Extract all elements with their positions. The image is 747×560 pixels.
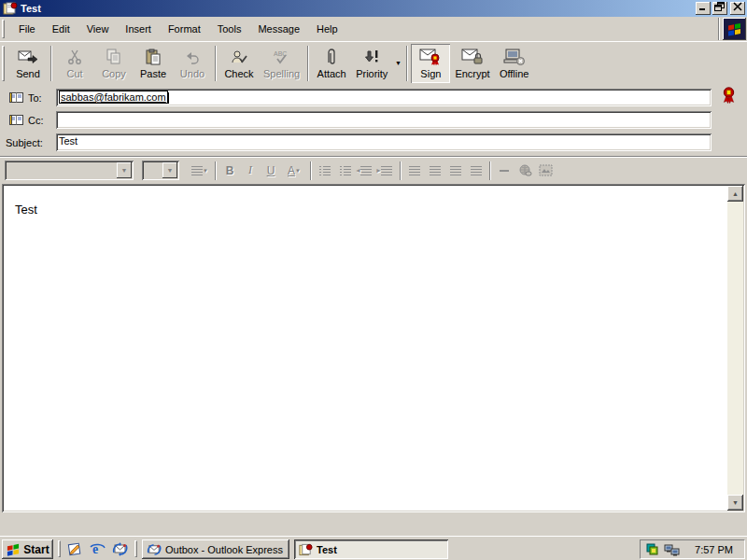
address-book-icon[interactable] <box>9 114 23 126</box>
send-icon <box>18 47 38 67</box>
menubar-grip[interactable] <box>2 20 5 38</box>
certificate-ribbon-icon[interactable] <box>721 87 737 105</box>
internet-explorer-button[interactable]: e <box>88 540 106 557</box>
check-names-icon <box>230 47 248 67</box>
close-button[interactable] <box>730 2 745 15</box>
display-settings-icon[interactable] <box>645 542 660 557</box>
check-names-button[interactable]: Check <box>219 44 259 83</box>
encrypt-icon <box>461 47 484 67</box>
horizontal-line-button[interactable] <box>494 161 514 180</box>
to-field[interactable]: sabbas@fabrikam.com <box>56 89 712 106</box>
increase-indent-icon: ► <box>381 166 392 175</box>
internet-explorer-icon: e <box>90 541 106 556</box>
font-color-button[interactable]: A▼ <box>281 161 307 180</box>
show-desktop-icon <box>67 541 82 556</box>
underline-button[interactable]: U <box>261 161 281 180</box>
spelling-button[interactable]: ABC Spelling <box>259 44 304 83</box>
italic-button[interactable]: I <box>240 161 261 180</box>
to-label: To: <box>28 92 42 104</box>
mail-message-icon[interactable] <box>3 2 18 15</box>
restore-icon <box>714 2 726 11</box>
bold-button[interactable]: B <box>219 161 240 180</box>
start-button[interactable]: Start <box>2 539 53 559</box>
insert-hyperlink-button[interactable] <box>514 161 535 180</box>
increase-indent-button[interactable]: ► <box>376 161 397 180</box>
font-name-dropdown-icon: ▼ <box>117 162 132 178</box>
bulleted-list-button[interactable] <box>335 161 356 180</box>
task-button-label: Test <box>317 544 337 555</box>
minimize-button[interactable] <box>696 2 711 15</box>
toolbar-separator <box>307 46 309 81</box>
toolbar-separator <box>406 46 408 81</box>
font-color-icon: A <box>288 164 295 177</box>
menu-view[interactable]: View <box>78 21 118 37</box>
windows-flag-icon <box>726 22 742 36</box>
mail-message-icon <box>299 543 313 556</box>
address-book-icon[interactable] <box>9 91 23 104</box>
bold-icon: B <box>226 164 234 177</box>
font-name-combo[interactable]: ▼ <box>5 161 134 180</box>
underline-icon: U <box>267 164 275 177</box>
cut-icon <box>66 47 83 67</box>
taskbar-grip[interactable] <box>58 540 61 557</box>
cc-field[interactable] <box>56 111 712 129</box>
subject-label: Subject: <box>6 137 43 148</box>
cut-button[interactable]: Cut <box>55 44 94 83</box>
menu-insert[interactable]: Insert <box>117 21 160 37</box>
vertical-scrollbar[interactable]: ▲ ▼ <box>727 186 743 511</box>
undo-button[interactable]: Undo <box>173 44 212 83</box>
paragraph-style-button[interactable]: ▼ <box>188 161 212 180</box>
priority-button[interactable]: Priority <box>351 44 392 83</box>
copy-button[interactable]: Copy <box>94 44 134 83</box>
menu-file[interactable]: File <box>10 21 44 37</box>
encrypt-button[interactable]: Encrypt <box>450 44 494 83</box>
outlook-express-launch-button[interactable] <box>110 540 129 557</box>
show-desktop-button[interactable] <box>65 540 84 557</box>
decrease-indent-button[interactable]: ◄ <box>356 161 376 180</box>
menu-tools[interactable]: Tools <box>209 21 250 37</box>
menu-format[interactable]: Format <box>160 21 209 37</box>
network-icon[interactable] <box>664 542 680 557</box>
menu-message[interactable]: Message <box>249 21 308 37</box>
justify-button[interactable] <box>466 161 486 180</box>
toolbar-separator <box>50 46 52 81</box>
send-button[interactable]: Send <box>8 44 48 83</box>
menu-edit[interactable]: Edit <box>44 21 78 37</box>
attach-icon <box>325 47 338 67</box>
numbered-list-icon <box>319 166 331 175</box>
menu-help[interactable]: Help <box>308 21 346 37</box>
compose-toolbar: Send Cut Copy <box>0 41 747 84</box>
windows-logo <box>723 18 746 40</box>
message-body[interactable]: Test <box>4 186 727 511</box>
offline-button[interactable]: Offline <box>495 44 534 83</box>
start-label: Start <box>23 543 49 556</box>
attach-button[interactable]: Attach <box>312 44 351 83</box>
menubar: File Edit View Insert Format Tools Messa… <box>0 17 747 41</box>
paste-button[interactable]: Paste <box>134 44 173 83</box>
align-right-button[interactable] <box>445 161 466 180</box>
format-toolbar: ▼ ▼ ▼ B I U A▼ ◄ ► <box>0 156 747 184</box>
scroll-up-button[interactable]: ▲ <box>727 186 743 202</box>
subject-field[interactable]: Test <box>56 133 712 151</box>
toolbar-grip[interactable] <box>2 46 5 81</box>
formatbar-separator <box>310 161 312 180</box>
insert-picture-button[interactable] <box>535 161 556 180</box>
task-button-outbox[interactable]: Outbox - Outlook Express <box>142 539 289 559</box>
font-size-combo[interactable]: ▼ <box>142 161 179 180</box>
window-bottom-strip <box>0 512 747 536</box>
sign-button[interactable]: Sign <box>411 44 450 83</box>
formatbar-separator <box>400 161 402 180</box>
window-title: Test <box>21 3 694 14</box>
task-button-label: Outbox - Outlook Express <box>165 544 283 555</box>
task-button-test[interactable]: Test <box>294 539 448 559</box>
to-recipient[interactable]: sabbas@fabrikam.com <box>59 91 168 104</box>
restore-button[interactable] <box>712 2 727 15</box>
align-center-button[interactable] <box>425 161 445 180</box>
numbered-list-button[interactable] <box>315 161 335 180</box>
align-left-button[interactable] <box>404 161 425 180</box>
offline-icon <box>503 47 526 67</box>
taskbar-grip[interactable] <box>134 540 137 557</box>
scroll-down-button[interactable]: ▼ <box>727 495 743 511</box>
priority-dropdown-button[interactable]: ▼ <box>392 44 403 83</box>
formatbar-separator <box>489 161 491 180</box>
